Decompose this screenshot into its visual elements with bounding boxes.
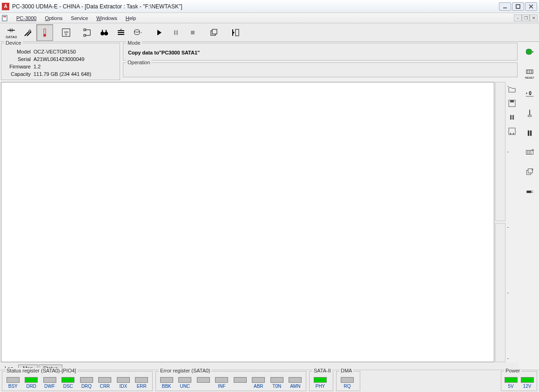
register-led-blank [232,377,248,389]
pause-button[interactable] [168,24,184,41]
led-indicator [61,377,74,383]
register-led-unc: UNC [177,377,193,389]
exit-button[interactable] [227,24,244,41]
register-led-phy: PHY [312,377,328,389]
svg-rect-65 [526,191,531,193]
power-group: Power 5V12V [501,371,537,391]
device-fieldset: Device ModelOCZ-VECTOR150 SerialA21WL061… [1,43,120,80]
svg-rect-39 [510,100,514,102]
register-led-drd: DRD [24,377,40,389]
led-label: 12V [523,384,532,389]
operation-legend: Operation [126,60,151,65]
register-led-dwf: DWF [42,377,58,389]
svg-rect-24 [102,30,103,32]
device-serial: A21WL061423000049 [34,55,84,63]
svg-rect-55 [530,130,532,136]
led-indicator [521,377,534,383]
led-indicator [117,377,130,383]
led-label: IDX [119,384,127,389]
led-label: INF [218,384,225,389]
svg-rect-4 [2,15,7,21]
memory-map-icon[interactable] [522,145,538,160]
led-label: BSY [8,384,18,389]
register-led-5v: 5V [504,377,518,389]
copy-x-icon[interactable] [522,165,538,180]
led-label: BBK [162,384,171,389]
register-led-rq: RQ [339,377,355,389]
binocular-button[interactable] [96,24,113,41]
menu-help[interactable]: Help [122,14,140,22]
svg-point-23 [104,32,108,35]
side-tool-column [506,82,518,362]
register-led-idx: IDX [115,377,131,389]
drive-power-icon[interactable] [522,45,538,60]
save-icon[interactable] [506,98,518,109]
led-indicator [314,377,327,383]
titlebar: A PC-3000 UDMA-E - CHINA - [Data Extract… [0,0,539,13]
app-icon: A [2,3,9,10]
sata-label: SATA0 [6,35,17,39]
led-label: ERR [137,384,147,389]
close-button[interactable] [525,2,537,11]
mdi-minimize[interactable]: − [514,14,522,21]
tools-button[interactable] [20,24,36,41]
svg-rect-35 [212,29,217,34]
dma-legend: DMA [339,368,353,373]
dma-group: DMA RQ [336,371,360,391]
svg-line-9 [25,32,29,36]
tree-button[interactable] [79,24,96,41]
copy-stack-button[interactable] [206,24,222,41]
mdi-restore[interactable]: ❐ [522,14,530,21]
connector-icon[interactable] [522,184,538,199]
thermometer-button[interactable] [36,24,53,41]
led-label: RQ [344,384,351,389]
maximize-button[interactable] [512,2,524,11]
error-register-legend: Error register (SATA0) [159,368,212,373]
register-led-drq: DRQ [79,377,94,389]
save-cart-icon[interactable] [506,126,518,137]
menu-windows[interactable]: Windows [93,14,121,22]
svg-line-10 [27,32,31,36]
pause-bars-icon[interactable] [522,126,538,141]
mode-text: Copy data to"PC3000 SATA1" [127,48,513,57]
svg-rect-46 [526,70,533,74]
svg-rect-34 [211,31,216,35]
minimize-button[interactable] [499,2,511,11]
menu-service[interactable]: Service [67,14,92,22]
window-title: PC-3000 UDMA-E - CHINA - [Data Extractor… [12,3,498,10]
mode-fieldset: Mode Copy data to"PC3000 SATA1" [123,43,518,61]
svg-text:%: % [65,33,67,36]
power-legend: Power [504,368,521,373]
minimap-column[interactable]: - - - - - [495,82,505,362]
pause-small-icon[interactable] [506,112,518,123]
svg-rect-56 [526,150,533,154]
led-indicator [270,377,283,383]
svg-rect-1 [516,5,520,8]
mode-legend: Mode [126,40,142,46]
stop-button[interactable] [184,24,201,41]
play-button[interactable] [151,24,168,41]
reset-icon[interactable]: RESET [522,64,538,82]
svg-rect-62 [528,169,532,173]
zoom-100-button[interactable]: 100% [58,24,74,41]
svg-rect-12 [44,29,46,34]
led-indicator [80,377,93,383]
device-capacity: 111.79 GB (234 441 648) [34,70,91,78]
menu-pc3000[interactable]: PC-3000 [13,14,40,22]
led-label: UNC [180,384,190,389]
log-text-area[interactable] [1,82,494,362]
probe-icon[interactable] [522,106,538,121]
layers-button[interactable] [113,24,129,41]
disk-dropdown-button[interactable] [129,24,146,41]
led-indicator [178,377,191,383]
svg-marker-30 [157,30,162,35]
svg-rect-61 [526,170,531,175]
mdi-close[interactable]: ✕ [530,14,538,21]
svg-point-60 [532,149,533,151]
zero-step-icon[interactable]: 0 [522,87,538,101]
menu-options[interactable]: Options [41,14,66,22]
led-indicator [505,377,518,383]
sata-port-button[interactable]: SATA0 [3,24,20,41]
svg-point-29 [135,29,140,32]
led-indicator [215,377,228,383]
